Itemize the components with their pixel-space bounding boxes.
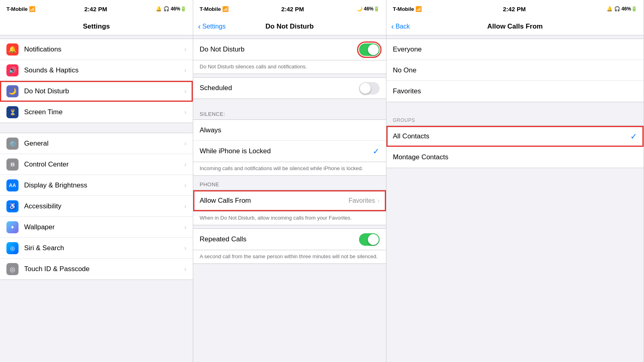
silence-locked-check: ✓ <box>373 146 380 156</box>
montage-label: Montage Contacts <box>393 153 637 161</box>
settings-item-general[interactable]: ⚙️ General › <box>0 133 193 154</box>
status-left-1: T-Mobile 📶 <box>6 6 35 12</box>
scheduled-label: Scheduled <box>200 84 359 92</box>
battery-text-1: 🔔 🎧 46%🔋 <box>156 6 186 12</box>
dnd-chevron: › <box>184 88 186 95</box>
nav-back-3[interactable]: ‹ Back <box>391 23 410 30</box>
silence-desc: Incoming calls and notifications will be… <box>193 162 386 176</box>
status-bar-2: T-Mobile 📶 2:42 PM 🌙 46%🔋 <box>193 0 386 18</box>
settings-item-screentime[interactable]: ⏳ Screen Time › <box>0 102 193 123</box>
battery-text-3: 🔔 🎧 46%🔋 <box>607 6 637 12</box>
general-chevron: › <box>184 140 186 147</box>
settings-item-wallpaper[interactable]: ✦ Wallpaper › <box>0 217 193 238</box>
accessibility-chevron: › <box>184 203 186 210</box>
battery-text-2: 🌙 46%🔋 <box>357 6 380 12</box>
status-time-2: 2:42 PM <box>281 6 304 12</box>
repeated-calls-knob <box>368 234 379 245</box>
screentime-label: Screen Time <box>24 108 184 116</box>
nav-title-3: Allow Calls From <box>487 23 543 31</box>
dnd-icon: 🌙 <box>6 85 19 97</box>
dnd-list: Do Not Disturb Do Not Disturb silences c… <box>193 35 386 362</box>
repeated-calls-desc: A second call from the same person withi… <box>193 250 386 264</box>
screentime-icon: ⏳ <box>6 106 19 118</box>
carrier-text-1: T-Mobile 📶 <box>6 6 35 12</box>
settings-item-siri[interactable]: ◎ Siri & Search › <box>0 238 193 259</box>
all-contacts-check: ✓ <box>630 132 637 141</box>
touchid-label: Touch ID & Passcode <box>24 265 184 273</box>
notifications-icon: 🔔 <box>6 43 19 56</box>
settings-list-1[interactable]: 🔔 Notifications › 🔊 Sounds & Haptics › 🌙… <box>0 35 193 362</box>
group-2: ⚙️ General › ⊟ Control Center › AA Displ… <box>0 133 193 280</box>
display-label: Display & Brightness <box>24 181 184 189</box>
control-icon: ⊟ <box>6 158 19 171</box>
status-right-2: 🌙 46%🔋 <box>357 6 380 12</box>
option-everyone[interactable]: Everyone <box>386 39 644 60</box>
back-label-2[interactable]: Settings <box>202 23 226 30</box>
noone-label: No One <box>393 66 637 74</box>
nav-bar-2: ‹ Settings Do Not Disturb <box>193 18 386 35</box>
back-chevron-3: ‹ <box>391 22 394 30</box>
status-bar-1: T-Mobile 📶 2:42 PM 🔔 🎧 46%🔋 <box>0 0 193 18</box>
siri-chevron: › <box>184 245 186 252</box>
option-noone[interactable]: No One <box>386 60 644 81</box>
group-all-contacts[interactable]: All Contacts ✓ <box>386 126 644 147</box>
option-favorites[interactable]: Favorites <box>386 81 644 102</box>
wallpaper-label: Wallpaper <box>24 223 184 231</box>
settings-item-notifications[interactable]: 🔔 Notifications › <box>0 39 193 60</box>
settings-item-dnd[interactable]: 🌙 Do Not Disturb › <box>0 81 193 102</box>
nav-title-1: Settings <box>83 23 110 31</box>
status-left-3: T-Mobile 📶 <box>393 6 422 12</box>
repeated-calls-item[interactable]: Repeated Calls <box>193 229 386 250</box>
dnd-description: Do Not Disturb silences calls and notifi… <box>193 60 386 74</box>
phone-group: Allow Calls From Favorites › <box>193 190 386 212</box>
settings-item-sounds[interactable]: 🔊 Sounds & Haptics › <box>0 60 193 81</box>
settings-item-display[interactable]: AA Display & Brightness › <box>0 175 193 196</box>
phone-section-label: PHONE <box>193 179 386 190</box>
nav-bar-3: ‹ Back Allow Calls From <box>386 18 644 35</box>
silence-always-item[interactable]: Always <box>193 120 386 141</box>
group-1: 🔔 Notifications › 🔊 Sounds & Haptics › 🌙… <box>0 39 193 123</box>
carrier-text-3: T-Mobile 📶 <box>393 6 422 12</box>
settings-item-accessibility[interactable]: ♿ Accessibility › <box>0 196 193 217</box>
nav-back-2[interactable]: ‹ Settings <box>198 23 225 30</box>
nav-title-2: Do Not Disturb <box>266 23 314 31</box>
display-icon: AA <box>6 179 19 191</box>
allow-calls-from-item[interactable]: Allow Calls From Favorites › <box>193 190 386 211</box>
groups-group: All Contacts ✓ Montage Contacts <box>386 125 644 168</box>
status-left-2: T-Mobile 📶 <box>200 6 229 12</box>
dnd-toggle-label: Do Not Disturb <box>200 45 359 53</box>
nav-bar-1: Settings <box>0 18 193 35</box>
silence-group: Always While iPhone is Locked ✓ <box>193 119 386 162</box>
silence-locked-item[interactable]: While iPhone is Locked ✓ <box>193 141 386 162</box>
scheduled-group: Scheduled <box>193 77 386 99</box>
allow-calls-panel: T-Mobile 📶 2:42 PM 🔔 🎧 46%🔋 ‹ Back Allow… <box>386 0 644 362</box>
allow-calls-from-value: Favorites <box>349 197 375 204</box>
scheduled-toggle-knob <box>360 83 371 94</box>
settings-panel: T-Mobile 📶 2:42 PM 🔔 🎧 46%🔋 Settings 🔔 N… <box>0 0 193 362</box>
options-group: Everyone No One Favorites <box>386 39 644 102</box>
back-label-3[interactable]: Back <box>396 23 410 30</box>
wallpaper-icon: ✦ <box>6 221 19 233</box>
sounds-icon: 🔊 <box>6 64 19 76</box>
screentime-chevron: › <box>184 109 186 116</box>
silence-label: SILENCE: <box>193 109 386 119</box>
repeated-calls-toggle[interactable] <box>359 233 380 246</box>
dnd-toggle-item[interactable]: Do Not Disturb <box>193 39 386 60</box>
accessibility-label: Accessibility <box>24 202 184 210</box>
dnd-toggle[interactable] <box>359 43 380 56</box>
silence-locked-label: While iPhone is Locked <box>200 147 373 155</box>
notifications-chevron: › <box>184 46 186 53</box>
dnd-label: Do Not Disturb <box>24 87 184 95</box>
settings-item-control[interactable]: ⊟ Control Center › <box>0 154 193 175</box>
general-label: General <box>24 140 184 148</box>
scheduled-toggle[interactable] <box>359 82 380 95</box>
allow-calls-from-label: Allow Calls From <box>200 197 349 205</box>
everyone-label: Everyone <box>393 45 637 53</box>
settings-item-touchid[interactable]: ◎ Touch ID & Passcode › <box>0 259 193 280</box>
scheduled-item[interactable]: Scheduled <box>193 78 386 99</box>
all-contacts-label: All Contacts <box>393 132 630 140</box>
groups-section-label: GROUPS <box>386 112 644 125</box>
status-time-3: 2:42 PM <box>503 6 526 12</box>
status-time-1: 2:42 PM <box>84 6 107 12</box>
group-montage[interactable]: Montage Contacts <box>386 147 644 168</box>
